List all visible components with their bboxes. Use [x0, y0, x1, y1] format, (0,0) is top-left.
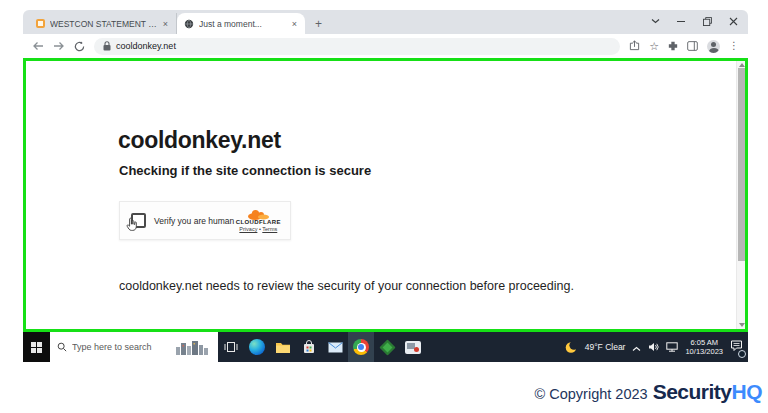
terms-link[interactable]: Terms [262, 226, 277, 232]
chevron-down-icon[interactable] [642, 10, 668, 32]
tab-just-a-moment[interactable]: Just a moment... × [177, 13, 305, 34]
cloudflare-wordmark: CLOUDFLARE [236, 219, 281, 225]
page-title: cooldonkey.net [118, 127, 281, 154]
spreadsheet-favicon-icon [36, 19, 45, 28]
tab-title: WESTCON STATEMENT - Googl [50, 19, 157, 29]
reload-button[interactable] [74, 41, 85, 52]
mail-taskbar-icon[interactable] [322, 332, 348, 362]
close-tab-icon[interactable]: × [162, 19, 169, 29]
verify-human-label: Verify you are human [154, 216, 234, 226]
tray-chevron-up-icon[interactable] [632, 338, 641, 356]
task-view-button[interactable] [218, 332, 244, 362]
windows-taskbar: 49°F Clear 6:05 AM 10/13/2023 [23, 332, 748, 362]
tab-strip: WESTCON STATEMENT - Googl × Just a momen… [23, 10, 748, 34]
microsoft-store-taskbar-icon[interactable] [296, 332, 322, 362]
profile-avatar[interactable] [707, 40, 720, 53]
windows-logo-icon [31, 342, 42, 353]
page-scrollbar[interactable] [736, 61, 745, 329]
challenge-description: cooldonkey.net needs to review the secur… [119, 279, 574, 293]
url-text: cooldonkey.net [116, 41, 176, 51]
scroll-down-icon[interactable] [739, 323, 745, 327]
screenshot-stage: WESTCON STATEMENT - Googl × Just a momen… [0, 0, 768, 413]
new-tab-button[interactable]: + [315, 17, 322, 31]
share-icon[interactable] [629, 37, 640, 55]
weather-text[interactable]: 49°F Clear [585, 342, 626, 352]
edge-taskbar-icon[interactable] [244, 332, 270, 362]
notification-badge [738, 350, 746, 358]
chrome-taskbar-icon[interactable] [348, 332, 374, 362]
securityhq-logo: SecurityHQ [653, 380, 762, 404]
toolbar-actions: ☆ ⋮ [629, 37, 739, 55]
hand-cursor-icon [126, 217, 139, 236]
copyright-text: © Copyright 2023 [535, 386, 648, 402]
page-content-highlighted: cooldonkey.net Checking if the site conn… [23, 58, 748, 332]
globe-favicon-icon [184, 19, 194, 29]
side-panel-icon[interactable] [687, 37, 698, 55]
back-button[interactable] [32, 41, 44, 51]
start-button[interactable] [23, 332, 50, 362]
action-center-button[interactable] [730, 338, 743, 356]
search-input[interactable] [72, 342, 170, 352]
browser-toolbar: cooldonkey.net ☆ ⋮ [23, 34, 748, 58]
lock-icon [103, 41, 111, 51]
privacy-link[interactable]: Privacy [239, 226, 257, 232]
page-subtitle: Checking if the site connection is secur… [119, 163, 371, 178]
cloudflare-branding: CLOUDFLARE Privacy • Terms [236, 209, 281, 232]
cloudflare-links: Privacy • Terms [239, 226, 277, 232]
bookmark-star-icon[interactable]: ☆ [649, 41, 659, 52]
tab-westcon-statement[interactable]: WESTCON STATEMENT - Googl × [29, 13, 177, 34]
clock-time: 6:05 AM [690, 338, 718, 347]
cloudflare-challenge-widget: Verify you are human CLOUDFLARE Privacy … [119, 201, 291, 240]
link-separator: • [259, 226, 261, 232]
window-controls [642, 10, 746, 32]
search-icon [57, 342, 67, 352]
moon-weather-icon [565, 341, 578, 354]
close-tab-icon[interactable]: × [291, 19, 298, 29]
scroll-up-icon[interactable] [739, 63, 745, 67]
network-icon[interactable] [666, 338, 678, 356]
file-explorer-taskbar-icon[interactable] [270, 332, 296, 362]
minimize-button[interactable] [668, 10, 694, 32]
taskbar-app-icons [218, 332, 426, 362]
close-window-button[interactable] [720, 10, 746, 32]
restore-button[interactable] [694, 10, 720, 32]
search-highlights-cityscape-icon [175, 339, 209, 355]
address-bar[interactable]: cooldonkey.net [94, 38, 620, 55]
browser-window: WESTCON STATEMENT - Googl × Just a momen… [23, 10, 748, 362]
clock-date: 10/13/2023 [685, 347, 723, 356]
volume-icon[interactable] [648, 338, 659, 356]
menu-kebab-icon[interactable]: ⋮ [729, 41, 739, 51]
copyright-footer: © Copyright 2023 SecurityHQ [535, 380, 762, 404]
clock[interactable]: 6:05 AM 10/13/2023 [685, 338, 723, 357]
system-tray: 49°F Clear 6:05 AM 10/13/2023 [565, 338, 748, 357]
extensions-puzzle-icon[interactable] [668, 37, 678, 55]
taskbar-search-box[interactable] [50, 332, 218, 362]
snipping-tool-taskbar-icon[interactable] [400, 332, 426, 362]
tab-title: Just a moment... [199, 19, 286, 29]
scrollbar-thumb[interactable] [738, 68, 745, 261]
green-diamond-app-icon[interactable] [374, 332, 400, 362]
forward-button[interactable] [53, 41, 65, 51]
